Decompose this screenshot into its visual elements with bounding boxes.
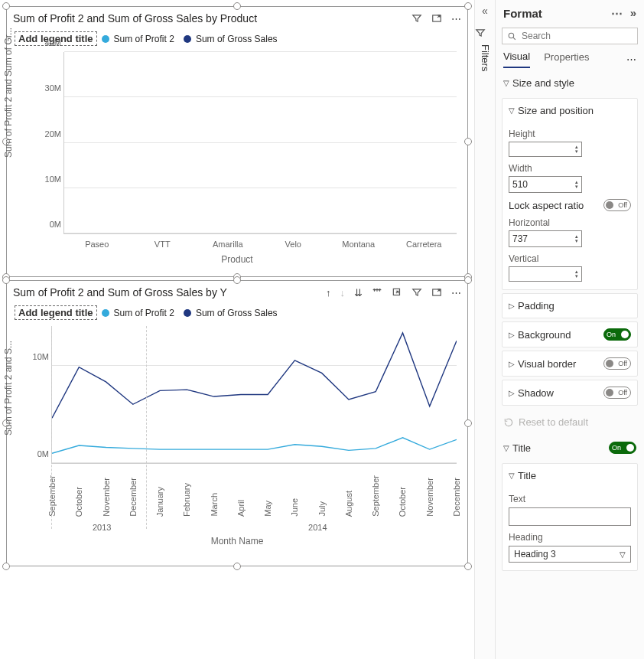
- x-tick: August: [344, 491, 353, 517]
- format-search-input[interactable]: Search: [502, 28, 638, 44]
- heading-dropdown[interactable]: Heading 3 ▽: [509, 546, 631, 563]
- padding-label: Padding: [518, 300, 555, 312]
- visual-border-card: ▷ Visual border Off: [502, 351, 638, 377]
- title-card-label: Title: [518, 470, 536, 481]
- drill-down-icon[interactable]: ↓: [340, 287, 346, 299]
- stepper-icon[interactable]: ▴▾: [575, 269, 578, 279]
- size-and-position-header[interactable]: ▽ Size and position: [503, 99, 637, 122]
- reset-to-default[interactable]: Reset to default: [496, 409, 644, 436]
- x-tick: February: [182, 483, 191, 517]
- bar-chart-visual[interactable]: Sum of Profit 2 and Sum of Gross Sales b…: [6, 6, 468, 277]
- shadow-toggle[interactable]: Off: [603, 387, 631, 399]
- resize-handle[interactable]: [233, 276, 241, 284]
- visual-title: Sum of Profit 2 and Sum of Gross Sales b…: [13, 286, 227, 299]
- focus-mode-icon[interactable]: [431, 13, 442, 24]
- more-options-icon[interactable]: ⋯: [611, 6, 623, 20]
- background-card: ▷ Background On: [502, 321, 638, 347]
- title-group-label: Title: [512, 442, 531, 454]
- resize-handle[interactable]: [2, 2, 10, 10]
- x-axis-title: Month Name: [7, 536, 467, 546]
- height-input[interactable]: ▴▾: [509, 142, 582, 157]
- background-toggle[interactable]: On: [603, 328, 631, 341]
- vertical-input[interactable]: ▴▾: [509, 266, 582, 282]
- visual-border-toggle[interactable]: Off: [603, 357, 631, 370]
- resize-handle[interactable]: [464, 276, 472, 284]
- resize-handle[interactable]: [464, 563, 472, 570]
- drill-through-icon[interactable]: [392, 287, 402, 298]
- report-canvas[interactable]: Sum of Profit 2 and Sum of Gross Sales b…: [0, 0, 474, 659]
- stepper-icon[interactable]: ▴▾: [575, 145, 578, 154]
- shadow-header[interactable]: ▷ Shadow Off: [503, 380, 637, 405]
- padding-card: ▷ Padding: [502, 293, 638, 318]
- padding-header[interactable]: ▷ Padding: [503, 294, 637, 318]
- background-label: Background: [518, 329, 571, 341]
- legend-label-a: Sum of Profit 2: [114, 308, 174, 318]
- legend-label-b: Sum of Gross Sales: [196, 34, 278, 44]
- background-header[interactable]: ▷ Background On: [503, 322, 637, 347]
- format-pane: Format ⋯ » Search Visual Properties ⋯ ▽ …: [496, 0, 644, 659]
- title-text-input[interactable]: [509, 507, 631, 526]
- x-tick: November: [102, 478, 111, 517]
- tab-visual[interactable]: Visual: [503, 51, 530, 68]
- title-card: ▽ Title Text Heading Heading 3 ▽: [502, 463, 638, 571]
- visual-border-label: Visual border: [518, 358, 576, 370]
- chevron-down-icon: ▽: [509, 471, 515, 480]
- title-card-header[interactable]: ▽ Title: [503, 464, 637, 488]
- tab-properties[interactable]: Properties: [544, 51, 589, 67]
- legend-title-input[interactable]: Add legend title: [15, 305, 97, 320]
- funnel-icon: [475, 28, 495, 38]
- tabs-more-icon[interactable]: ⋯: [626, 54, 636, 65]
- height-label: Height: [509, 129, 631, 139]
- title-group-header[interactable]: ▽ Title On: [496, 436, 644, 460]
- drill-double-icon[interactable]: ⇊: [354, 287, 363, 299]
- x-tick: Montana: [333, 240, 385, 249]
- width-input[interactable]: 510 ▴▾: [509, 176, 582, 193]
- visual-title: Sum of Profit 2 and Sum of Gross Sales b…: [13, 12, 257, 24]
- x-axis-title: Product: [7, 254, 467, 265]
- legend-label-a: Sum of Profit 2: [114, 34, 174, 44]
- format-pane-body[interactable]: ▽ Size and style ▽ Size and position Hei…: [496, 68, 644, 659]
- collapse-pane-icon[interactable]: »: [630, 6, 636, 20]
- vertical-label: Vertical: [509, 253, 631, 264]
- line-chart-visual[interactable]: Sum of Profit 2 and Sum of Gross Sales b…: [6, 280, 468, 566]
- x-tick: April: [236, 500, 246, 517]
- x-tick: January: [155, 487, 164, 517]
- more-options-icon[interactable]: ⋯: [451, 287, 461, 299]
- resize-handle[interactable]: [2, 276, 10, 284]
- filters-label: Filters: [480, 44, 491, 71]
- expand-filters-icon[interactable]: «: [475, 5, 495, 17]
- format-pane-title: Format: [503, 7, 542, 20]
- lock-aspect-toggle[interactable]: Off: [603, 199, 631, 211]
- size-and-position-card: ▽ Size and position Height ▴▾ Width 510 …: [502, 98, 638, 290]
- shadow-card: ▷ Shadow Off: [502, 380, 638, 406]
- shadow-label: Shadow: [518, 387, 554, 399]
- stepper-icon[interactable]: ▴▾: [575, 180, 578, 189]
- horizontal-value: 737: [512, 233, 528, 244]
- x-tick: July: [317, 501, 327, 517]
- focus-mode-icon[interactable]: [431, 287, 442, 298]
- y-tick: 20M: [34, 129, 61, 139]
- resize-handle[interactable]: [233, 563, 241, 570]
- stepper-icon[interactable]: ▴▾: [575, 234, 578, 243]
- chevron-down-icon: ▽: [509, 106, 515, 115]
- expand-icon[interactable]: [372, 287, 382, 298]
- filter-icon[interactable]: [411, 287, 422, 298]
- y-tick: 10M: [34, 175, 61, 184]
- drill-up-icon[interactable]: ↑: [326, 287, 331, 299]
- visual-border-header[interactable]: ▷ Visual border Off: [503, 351, 637, 376]
- resize-handle[interactable]: [233, 2, 241, 10]
- horizontal-input[interactable]: 737 ▴▾: [509, 230, 582, 247]
- size-and-style-header[interactable]: ▽ Size and style: [496, 71, 644, 95]
- more-options-icon[interactable]: ⋯: [451, 13, 461, 24]
- x-tick: December: [452, 478, 461, 517]
- reset-icon: [503, 417, 514, 428]
- x-tick: June: [290, 498, 299, 517]
- title-group-toggle[interactable]: On: [609, 442, 636, 454]
- filters-pane-collapsed[interactable]: « Filters: [474, 0, 496, 659]
- y-tick: 10M: [21, 352, 49, 361]
- legend-swatch-b: [184, 35, 191, 43]
- resize-handle[interactable]: [2, 563, 10, 570]
- resize-handle[interactable]: [464, 2, 472, 10]
- width-label: Width: [509, 163, 631, 174]
- filter-icon[interactable]: [411, 13, 422, 24]
